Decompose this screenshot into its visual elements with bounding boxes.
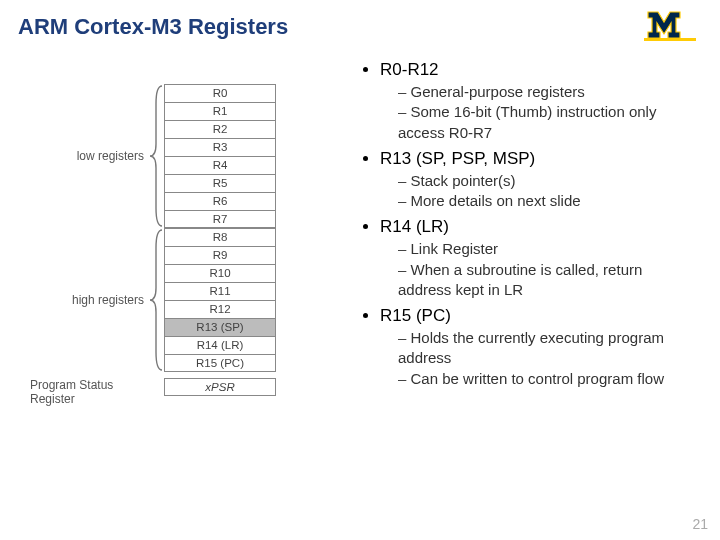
slide-title: ARM Cortex-M3 Registers <box>18 14 288 40</box>
register-cell: R9 <box>164 246 276 264</box>
psr-label: Program Status Register <box>30 378 164 406</box>
sub-bullet: Some 16-bit (Thumb) instruction only acc… <box>398 102 698 143</box>
bullet-item: R14 (LR)Link RegisterWhen a subroutine i… <box>380 217 698 300</box>
register-cell: R5 <box>164 174 276 192</box>
register-cell: R11 <box>164 282 276 300</box>
register-cell: R2 <box>164 120 276 138</box>
register-diagram: low registers R0R1R2R3R4R5R6R7 high regi… <box>30 84 340 406</box>
register-sp: R13 (SP) <box>164 318 276 336</box>
bullet-head: R15 (PC) <box>380 306 451 325</box>
sub-bullet: Can be written to control program flow <box>398 369 698 389</box>
register-cell: R8 <box>164 228 276 246</box>
high-registers-label: high registers <box>30 228 148 372</box>
register-cell: R10 <box>164 264 276 282</box>
sub-bullet: When a subroutine is called, return addr… <box>398 260 698 301</box>
register-cell: R1 <box>164 102 276 120</box>
register-cell: R3 <box>164 138 276 156</box>
register-cell: R6 <box>164 192 276 210</box>
register-cell: R0 <box>164 84 276 102</box>
sub-bullet: Holds the currently executing program ad… <box>398 328 698 369</box>
register-xpsr: xPSR <box>164 378 276 396</box>
bullet-content: R0-R12General-purpose registersSome 16-b… <box>358 60 698 395</box>
register-cell: R12 <box>164 300 276 318</box>
page-number: 21 <box>692 516 708 532</box>
umich-logo <box>644 10 696 42</box>
bullet-head: R13 (SP, PSP, MSP) <box>380 149 535 168</box>
register-cell: R7 <box>164 210 276 228</box>
bullet-head: R0-R12 <box>380 60 439 79</box>
sub-bullet: Link Register <box>398 239 698 259</box>
sub-bullet: Stack pointer(s) <box>398 171 698 191</box>
sub-bullet: More details on next slide <box>398 191 698 211</box>
bullet-item: R0-R12General-purpose registersSome 16-b… <box>380 60 698 143</box>
bullet-item: R15 (PC)Holds the currently executing pr… <box>380 306 698 389</box>
register-cell: R4 <box>164 156 276 174</box>
sub-bullet: General-purpose registers <box>398 82 698 102</box>
register-lr: R14 (LR) <box>164 336 276 354</box>
bullet-head: R14 (LR) <box>380 217 449 236</box>
bullet-item: R13 (SP, PSP, MSP)Stack pointer(s)More d… <box>380 149 698 212</box>
register-pc: R15 (PC) <box>164 354 276 372</box>
low-registers-label: low registers <box>30 84 148 228</box>
